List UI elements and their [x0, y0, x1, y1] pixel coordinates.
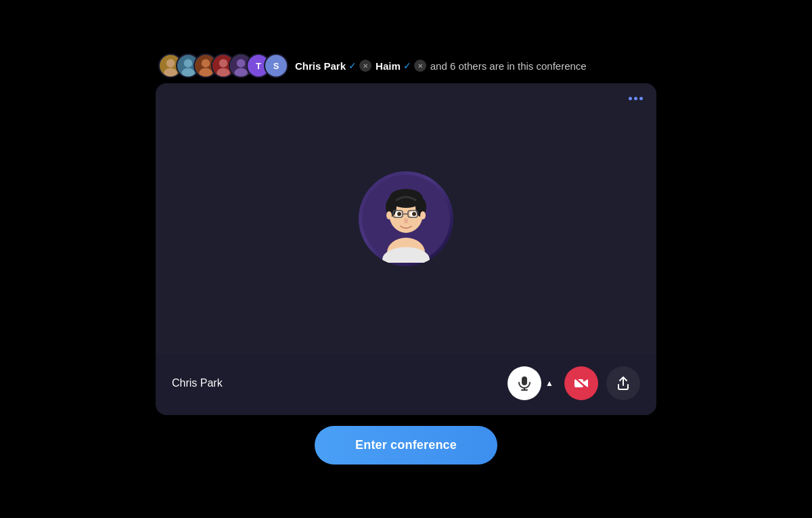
svg-point-5: [181, 68, 195, 78]
video-toggle-button[interactable]: [564, 366, 598, 400]
participant-avatar-S: S: [264, 53, 288, 78]
svg-point-24: [397, 212, 401, 216]
svg-point-29: [404, 218, 408, 223]
more-dot-1: [629, 97, 632, 100]
dismiss-haim-button[interactable]: ✕: [414, 60, 426, 72]
name-chris: Chris Park: [295, 60, 346, 72]
more-options-button[interactable]: [626, 94, 646, 103]
svg-rect-32: [522, 376, 527, 385]
more-dot-2: [634, 97, 637, 100]
mic-group: ▲: [508, 366, 556, 400]
name-badge-chris: Chris Park ✓ ✕: [295, 60, 371, 72]
name-haim: Haim: [376, 60, 401, 72]
enter-conference-button[interactable]: Enter conference: [315, 426, 497, 465]
name-badge-haim: Haim ✓ ✕: [376, 60, 426, 72]
svg-point-1: [166, 59, 175, 67]
speaker-name-label: Chris Park: [172, 377, 223, 389]
mic-icon: [517, 376, 532, 391]
video-area: [156, 83, 656, 354]
svg-point-25: [412, 212, 416, 216]
svg-point-30: [386, 211, 392, 219]
verified-icon-haim: ✓: [403, 60, 411, 71]
share-icon: [616, 376, 631, 391]
conference-suffix: and 6 others are in this conference: [430, 60, 587, 72]
header-names: Chris Park ✓ ✕ Haim ✓ ✕ and 6 others are…: [295, 60, 587, 72]
dismiss-chris-button[interactable]: ✕: [359, 60, 371, 72]
svg-point-10: [219, 59, 227, 67]
avatar-stack: T S: [158, 53, 288, 78]
mic-caret-button[interactable]: ▲: [543, 379, 556, 388]
svg-point-14: [234, 68, 248, 78]
verified-icon-chris: ✓: [348, 60, 357, 71]
speaker-face-svg: [362, 175, 450, 263]
microphone-button[interactable]: [508, 366, 541, 400]
speaker-avatar: [359, 171, 453, 266]
conference-wrapper: T S Chris Park ✓ ✕ Haim ✓ ✕ and 6 others…: [156, 53, 656, 465]
svg-point-13: [237, 59, 245, 67]
controls-bar: Chris Park ▲: [156, 354, 656, 415]
controls-group: ▲: [508, 366, 640, 400]
more-dot-3: [639, 97, 643, 100]
svg-point-2: [164, 68, 177, 78]
svg-point-8: [199, 68, 212, 78]
video-card: Chris Park ▲: [156, 83, 656, 415]
share-screen-button[interactable]: [606, 366, 640, 400]
svg-point-4: [184, 59, 192, 67]
conference-header: T S Chris Park ✓ ✕ Haim ✓ ✕ and 6 others…: [156, 53, 656, 78]
svg-point-31: [420, 211, 426, 219]
svg-point-7: [202, 59, 210, 67]
svg-point-11: [217, 68, 230, 78]
video-off-icon: [574, 376, 589, 391]
